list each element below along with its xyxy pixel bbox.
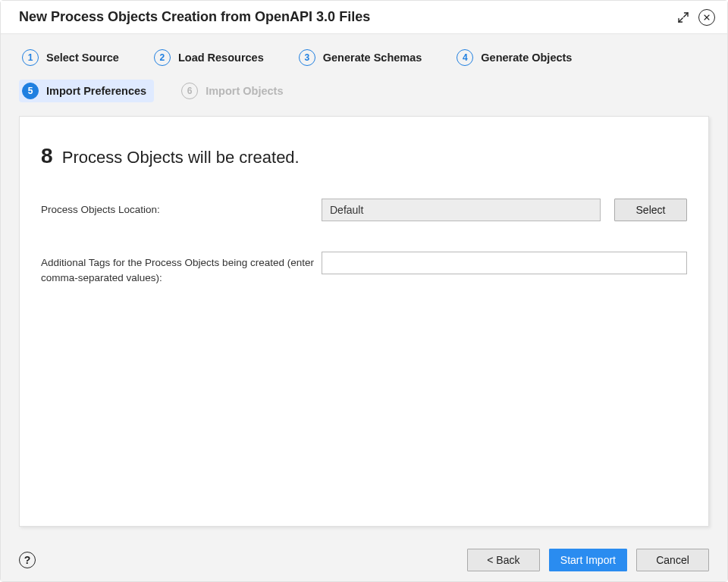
select-location-button[interactable]: Select [614, 199, 687, 221]
step-label: Generate Schemas [323, 52, 422, 64]
wizard-dialog: New Process Objects Creation from OpenAP… [0, 0, 728, 582]
back-button[interactable]: < Back [467, 549, 540, 571]
step-label: Load Resources [178, 52, 264, 64]
tags-label: Additional Tags for the Process Objects … [41, 252, 322, 285]
step-number: 6 [181, 83, 198, 99]
tags-input[interactable] [322, 252, 687, 274]
step-generate-objects[interactable]: 4 Generate Objects [453, 46, 579, 69]
dialog-footer: ? < Back Start Import Cancel [1, 539, 727, 581]
maximize-icon[interactable] [674, 8, 692, 27]
wizard-step-strip: 1 Select Source 2 Load Resources 3 Gener… [1, 34, 727, 107]
cancel-button[interactable]: Cancel [636, 549, 709, 571]
step-label: Select Source [46, 52, 119, 64]
step-import-preferences[interactable]: 5 Import Preferences [19, 80, 154, 102]
step-label: Import Preferences [46, 85, 146, 97]
location-value: Default [330, 204, 363, 216]
step-number: 4 [457, 49, 473, 66]
step-label: Generate Objects [481, 52, 572, 64]
location-label: Process Objects Location: [41, 199, 322, 217]
close-icon[interactable] [698, 9, 715, 26]
step-number: 1 [22, 49, 39, 66]
step-generate-schemas[interactable]: 3 Generate Schemas [296, 46, 430, 69]
dialog-title: New Process Objects Creation from OpenAP… [19, 9, 674, 25]
location-row: Process Objects Location: Default Select [41, 199, 687, 221]
step-number: 3 [299, 49, 315, 66]
step-import-objects: 6 Import Objects [178, 80, 290, 102]
wizard-content-card: 8 Process Objects will be created. Proce… [19, 116, 709, 527]
tags-row: Additional Tags for the Process Objects … [41, 252, 687, 285]
step-label: Import Objects [206, 85, 283, 97]
location-field: Default [322, 199, 601, 221]
help-icon[interactable]: ? [19, 552, 36, 568]
window-controls [674, 8, 715, 27]
headline-text: Process Objects will be created. [62, 148, 300, 167]
step-select-source[interactable]: 1 Select Source [19, 46, 127, 69]
object-count: 8 [41, 144, 53, 167]
start-import-button[interactable]: Start Import [549, 549, 627, 571]
step-number: 2 [154, 49, 171, 66]
headline: 8 Process Objects will be created. [41, 144, 687, 168]
title-bar: New Process Objects Creation from OpenAP… [1, 1, 727, 34]
step-number: 5 [22, 83, 39, 99]
step-load-resources[interactable]: 2 Load Resources [151, 46, 271, 69]
